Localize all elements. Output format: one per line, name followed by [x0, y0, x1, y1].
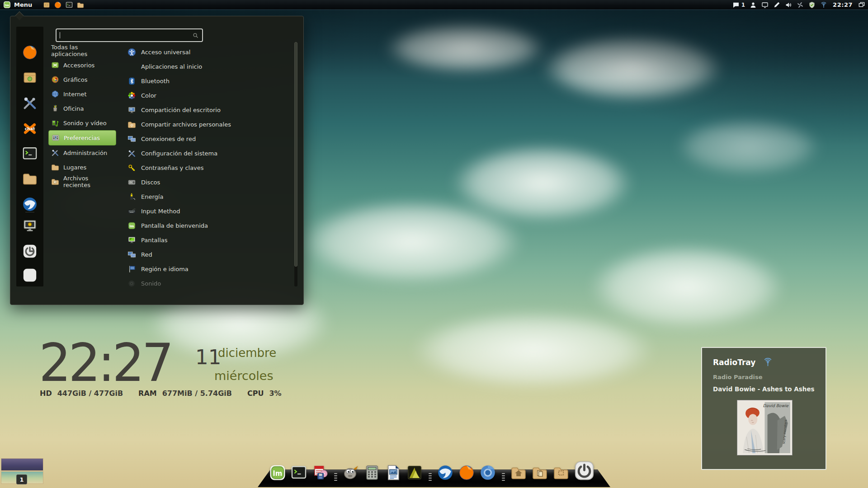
dock-media-player[interactable] [406, 465, 423, 481]
session-lock-screen-button[interactable]: ? [22, 218, 38, 234]
dock-power[interactable] [574, 460, 594, 481]
menu-scrollbar[interactable] [294, 42, 297, 286]
menu-item-pantalla-de-bienvenida[interactable]: lmPantalla de bienvenida [127, 218, 295, 233]
workspace-switcher[interactable]: 1 [1, 458, 44, 484]
dock-gimp[interactable] [343, 465, 359, 481]
menu-item-label: Energía [141, 193, 163, 200]
menu-category-graficos[interactable]: Gráficos [48, 72, 116, 87]
dock-documents-folder[interactable] [532, 465, 548, 481]
menu-search-input[interactable] [60, 32, 192, 39]
favorite-software-manager[interactable] [22, 70, 38, 85]
tray-radiotray-icon[interactable] [820, 1, 827, 9]
album-art: David Bowie scary monsters [737, 400, 792, 455]
menu-category-oficina[interactable]: Oficina [48, 101, 116, 116]
dock-desktop-folder[interactable] [553, 465, 569, 481]
office-icon [51, 104, 59, 113]
tray-pen-icon[interactable] [773, 1, 780, 9]
menu-category-accesorios[interactable]: Accesorios [48, 58, 116, 72]
favorite-xchat[interactable]: chat [22, 122, 38, 137]
dock-package-installer[interactable] [312, 465, 328, 481]
tray-pinwheel-icon[interactable] [797, 1, 804, 9]
menu-item-label: Contraseñas y claves [141, 164, 204, 171]
panel-launcher-terminal-icon[interactable] [66, 1, 73, 9]
dock-mint-menu[interactable]: lm [269, 465, 286, 481]
tray-window-list-icon[interactable] [858, 1, 865, 9]
menu-item-pantallas[interactable]: Pantallas [127, 233, 295, 247]
dock-separator [333, 467, 338, 481]
conky-month: diciembre [218, 346, 276, 360]
menu-item-configuracion-del-sistema[interactable]: Configuración del sistema [127, 146, 295, 160]
menu-item-sonido[interactable]: Sonido [127, 276, 295, 291]
menu-item-red[interactable]: Red [127, 247, 295, 262]
menu-category-archivos-recientes[interactable]: Archivos recientes [48, 174, 116, 189]
menu-category-preferencias[interactable]: Preferencias [48, 130, 116, 145]
dock-calculator[interactable] [364, 465, 380, 481]
radiotray-title: RadioTray [713, 358, 755, 367]
favorite-firefox[interactable] [22, 45, 38, 60]
accessibility-icon [127, 48, 136, 56]
menu-item-conexiones-de-red[interactable]: Conexiones de red [127, 131, 295, 146]
favorite-file-manager[interactable] [22, 171, 38, 186]
menu-item-region-e-idioma[interactable]: Región e idioma [127, 262, 295, 276]
workspace-thumbnail-2[interactable] [1, 458, 43, 471]
category-label: Gráficos [63, 76, 87, 83]
tray-notifications-icon[interactable] [732, 1, 740, 9]
menu-categories: Todas las aplicacionesAccesoriosGráficos… [48, 43, 116, 189]
menu-item-comparticion-del-escritorio[interactable]: Compartición del escritorio [127, 103, 295, 117]
administration-icon [127, 149, 136, 158]
dock-terminal[interactable] [291, 465, 307, 481]
menu-favorites-sidebar: chat? [16, 27, 43, 286]
tray-clock[interactable]: 22:27 [833, 1, 853, 8]
tray-display-icon[interactable] [761, 1, 769, 9]
svg-text:David Bowie: David Bowie [763, 404, 789, 408]
menu-item-label: Red [141, 251, 152, 258]
svg-text:chat: chat [25, 126, 35, 131]
menu-item-input-method[interactable]: Input Method [127, 204, 295, 218]
category-label: Accesorios [63, 62, 94, 69]
menu-item-label: Acceso universal [141, 49, 190, 56]
stat-label: HD [40, 389, 52, 398]
tray-shield-updates-icon[interactable] [808, 1, 816, 9]
menu-category-administracion[interactable]: Administración [48, 145, 116, 160]
menu-category-sonido-y-video[interactable]: Sonido y vídeo [48, 116, 116, 130]
desktop-clock-widget: 22:27 11 diciembre miércoles HD447GiB / … [39, 338, 319, 401]
menu-item-compartir-archivos-personales[interactable]: Compartir archivos personales [127, 117, 295, 131]
dock-chromium[interactable] [480, 465, 496, 481]
radiotray-song: David Bowie - Ashes to Ashes [713, 385, 815, 393]
menu-item-discos[interactable]: Discos [127, 175, 295, 189]
stat-label: RAM [138, 389, 157, 398]
menu-item-bluetooth[interactable]: Bluetooth [127, 74, 295, 88]
radiotray-notification[interactable]: RadioTray Radio Paradise David Bowie - A… [701, 347, 826, 470]
menu-category-lugares[interactable]: Lugares [48, 160, 116, 174]
tray-volume-icon[interactable] [785, 1, 792, 9]
menu-item-contrasenas-y-claves[interactable]: Contraseñas y claves [127, 160, 295, 175]
panel-launcher-firefox-icon[interactable] [54, 1, 61, 9]
menu-button[interactable]: lm Menu [0, 0, 37, 9]
menu-item-label: Input Method [141, 208, 180, 215]
dock-home-folder[interactable] [510, 465, 527, 481]
panel-launcher-files-icon[interactable] [77, 1, 84, 9]
dock-firefox[interactable] [458, 465, 475, 481]
menu-item-acceso-universal[interactable]: Acceso universal [127, 45, 295, 59]
menu-item-color[interactable]: Color [127, 88, 295, 103]
session-shutdown-button[interactable] [22, 267, 38, 283]
favorite-terminal[interactable] [22, 146, 38, 161]
scrollbar-thumb[interactable] [294, 42, 297, 267]
menu-item-energia[interactable]: Energía [127, 189, 295, 204]
menu-item-label: Pantalla de bienvenida [141, 222, 208, 229]
tray-user-icon[interactable] [750, 1, 757, 9]
menu-item-aplicaciones-al-inicio[interactable]: Aplicaciones al inicio [127, 59, 295, 74]
category-label: Todas las aplicaciones [51, 44, 113, 57]
dock-libreoffice-writer[interactable] [385, 465, 401, 481]
dock-thunderbird[interactable] [437, 465, 453, 481]
panel-launcher-show-desktop-icon[interactable] [43, 1, 50, 9]
menu-category-internet[interactable]: Internet [48, 87, 116, 101]
menu-category-todas-las-aplicaciones[interactable]: Todas las aplicaciones [48, 43, 116, 58]
category-label: Administración [63, 150, 107, 156]
sound-icon [127, 279, 136, 288]
favorite-thunderbird[interactable] [22, 197, 38, 212]
favorite-system-tools[interactable] [22, 95, 38, 111]
svg-text:lm: lm [273, 469, 283, 478]
region-language-icon [127, 265, 136, 273]
session-logout-button[interactable] [22, 244, 38, 259]
